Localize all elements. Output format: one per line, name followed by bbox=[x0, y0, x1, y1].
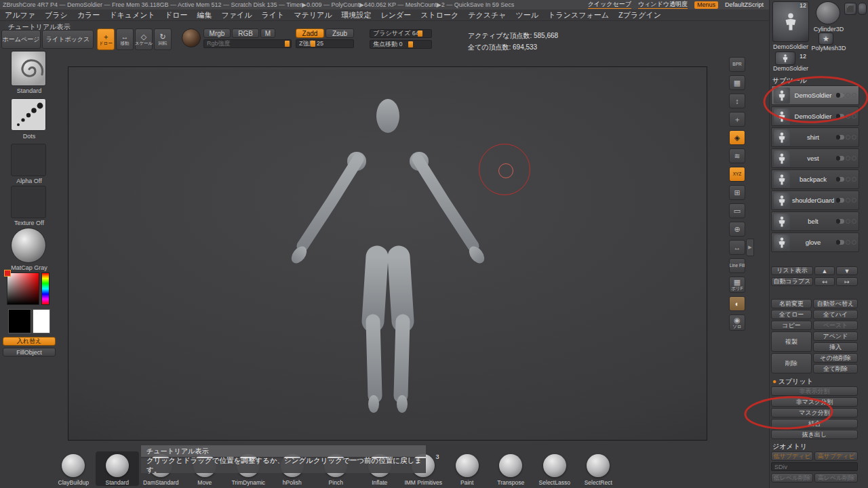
rgb-intensity-slider[interactable]: Rgb強度 bbox=[203, 39, 292, 48]
auto-reorder-button[interactable]: 自動並べ替え bbox=[813, 299, 858, 308]
menu-item[interactable]: Zプラグイン bbox=[614, 10, 666, 20]
polypaint-toggle-icon[interactable] bbox=[846, 219, 850, 224]
color-picker-square[interactable] bbox=[7, 272, 39, 305]
rgb-button[interactable]: RGB bbox=[232, 28, 259, 38]
shelf-icon-button[interactable]: ◈ bbox=[729, 130, 745, 145]
eye-toggle-icon[interactable] bbox=[836, 219, 844, 224]
shelf-icon-button[interactable]: ↔ bbox=[729, 240, 745, 255]
dock-brush[interactable]: Standard bbox=[96, 451, 140, 486]
focal-shift-slider[interactable]: 焦点移動 0 bbox=[370, 40, 432, 49]
eye-toggle-icon[interactable] bbox=[836, 177, 844, 182]
lightbox-button[interactable]: ライトボックス bbox=[42, 30, 94, 49]
uv-toggle-icon[interactable] bbox=[852, 114, 856, 119]
shelf-icon-button[interactable]: ＋ bbox=[729, 112, 745, 127]
brush-size-slider[interactable]: ブラシサイズ 64 bbox=[370, 29, 432, 38]
fill-object-button[interactable]: FillObject bbox=[3, 348, 56, 357]
eye-toggle-icon[interactable] bbox=[836, 240, 844, 245]
menu-item[interactable]: ライト bbox=[256, 10, 289, 20]
polypaint-toggle-icon[interactable] bbox=[846, 198, 850, 203]
menu-item[interactable]: ドキュメント bbox=[104, 10, 160, 20]
cube-icon[interactable]: ⬛ bbox=[844, 3, 856, 15]
collapse-right-button[interactable]: ↦ bbox=[836, 277, 858, 286]
eye-toggle-icon[interactable] bbox=[836, 198, 844, 203]
tray-collapse-handle[interactable]: ▶ bbox=[746, 239, 754, 256]
dock-brush[interactable]: ClayBuildup bbox=[52, 451, 96, 486]
subtool-visibility-controls[interactable] bbox=[836, 135, 856, 140]
auto-collapse-button[interactable]: 自動コラプス bbox=[771, 277, 813, 286]
paste-button[interactable]: ペースト bbox=[813, 321, 858, 330]
subtool-row[interactable]: vest bbox=[771, 148, 859, 168]
menu-item[interactable]: ドロー bbox=[160, 10, 193, 20]
delete-all-button[interactable]: 全て削除 bbox=[813, 364, 858, 373]
mode-button[interactable]: ◇ スケール bbox=[135, 28, 153, 50]
current-matcap-thumbnail[interactable] bbox=[11, 228, 46, 263]
shelf-icon-button[interactable]: ▦ bbox=[729, 75, 745, 90]
menus-toggle[interactable]: Menus bbox=[694, 1, 718, 9]
main-color-swatch[interactable] bbox=[8, 309, 31, 333]
subtool-visibility-controls[interactable] bbox=[836, 93, 856, 98]
duplicate-button[interactable]: 複製 bbox=[771, 331, 812, 352]
secondary-color-swatch[interactable] bbox=[33, 309, 50, 333]
shelf-icon-button[interactable]: XYZ bbox=[729, 167, 745, 182]
all-high-button[interactable]: 全てハイ bbox=[813, 310, 858, 319]
extract-button[interactable]: 抜き出し bbox=[771, 430, 858, 439]
menu-item[interactable]: マテリアル bbox=[289, 10, 336, 20]
shelf-icon-button[interactable]: ◉ ソロ bbox=[729, 314, 745, 331]
document-canvas[interactable] bbox=[68, 66, 707, 441]
subtool-up-button[interactable]: ▲ bbox=[814, 266, 835, 275]
polypaint-toggle-icon[interactable] bbox=[846, 156, 850, 161]
polypaint-toggle-icon[interactable] bbox=[846, 135, 850, 140]
subtool-row[interactable]: backpack bbox=[771, 169, 859, 189]
merge-button[interactable]: 結合 bbox=[771, 419, 858, 428]
uv-toggle-icon[interactable] bbox=[852, 198, 856, 203]
default-zscript-button[interactable]: DefaultZScript bbox=[725, 1, 764, 8]
dock-brush[interactable]: Paint bbox=[446, 451, 490, 486]
menu-item[interactable]: ツール bbox=[511, 10, 544, 20]
polypaint-toggle-icon[interactable] bbox=[846, 177, 850, 182]
uv-toggle-icon[interactable] bbox=[852, 156, 856, 161]
higher-subdiv-button[interactable]: 高サブディビ bbox=[814, 451, 858, 461]
current-alpha-thumbnail[interactable] bbox=[11, 144, 46, 176]
current-brush-thumbnail[interactable] bbox=[11, 51, 46, 86]
mrgb-button[interactable]: Mrgb bbox=[203, 28, 231, 38]
shelf-icon-button[interactable]: ↕ bbox=[729, 94, 745, 108]
shelf-icon-button[interactable]: ⊕ bbox=[729, 222, 745, 237]
menu-item[interactable]: アルファ bbox=[0, 10, 40, 20]
menu-item[interactable]: レンダー bbox=[376, 10, 416, 20]
shelf-icon-button[interactable]: Line Fill bbox=[729, 258, 745, 273]
zsub-button[interactable]: Zsub bbox=[326, 28, 354, 38]
switch-color-button[interactable]: 入れ替え bbox=[3, 337, 56, 346]
dock-brush[interactable]: Transpose bbox=[489, 451, 533, 486]
append-button[interactable]: アペンド bbox=[813, 331, 858, 341]
shelf-icon-button[interactable]: ◐ bbox=[729, 296, 745, 311]
mode-button[interactable]: ＋ ドロー bbox=[97, 28, 115, 50]
shelf-icon-button[interactable]: ≋ bbox=[729, 148, 745, 163]
eye-toggle-icon[interactable] bbox=[836, 156, 844, 161]
polypaint-toggle-icon[interactable] bbox=[846, 114, 850, 119]
split-hidden-button[interactable]: 非表示分割 bbox=[771, 386, 858, 396]
uv-toggle-icon[interactable] bbox=[852, 135, 856, 140]
uv-toggle-icon[interactable] bbox=[852, 177, 856, 182]
subtool-row[interactable]: glove bbox=[771, 232, 859, 252]
cylinder-icon[interactable] bbox=[858, 3, 867, 15]
m-button[interactable]: M bbox=[260, 28, 275, 38]
eye-toggle-icon[interactable] bbox=[836, 114, 844, 119]
delete-higher-button[interactable]: 高レベル削除 bbox=[814, 473, 858, 483]
subtool-row[interactable]: DemoSoldier bbox=[771, 85, 859, 105]
split-unmasked-button[interactable]: 非マスク分割 bbox=[771, 397, 858, 407]
uv-toggle-icon[interactable] bbox=[852, 93, 856, 98]
uv-toggle-icon[interactable] bbox=[852, 219, 856, 224]
subtool-visibility-controls[interactable] bbox=[836, 198, 856, 203]
menu-item[interactable]: テクスチャ bbox=[463, 10, 511, 20]
subtool-visibility-controls[interactable] bbox=[836, 219, 856, 224]
hue-bar[interactable] bbox=[41, 272, 50, 305]
all-low-button[interactable]: 全てロー bbox=[771, 310, 812, 319]
menu-item[interactable]: トランスフォーム bbox=[543, 10, 614, 20]
collapse-left-button[interactable]: ↤ bbox=[814, 277, 835, 286]
eye-toggle-icon[interactable] bbox=[836, 93, 844, 98]
window-transparency-button[interactable]: ウィンドウ透明度 bbox=[638, 1, 688, 9]
lower-subdiv-button[interactable]: 低サブディビ bbox=[771, 451, 813, 461]
subtool-row[interactable]: shoulderGuard bbox=[771, 190, 859, 210]
recent-tool-polymesh3d[interactable]: ★ bbox=[818, 33, 833, 45]
subtool-visibility-controls[interactable] bbox=[836, 177, 856, 182]
